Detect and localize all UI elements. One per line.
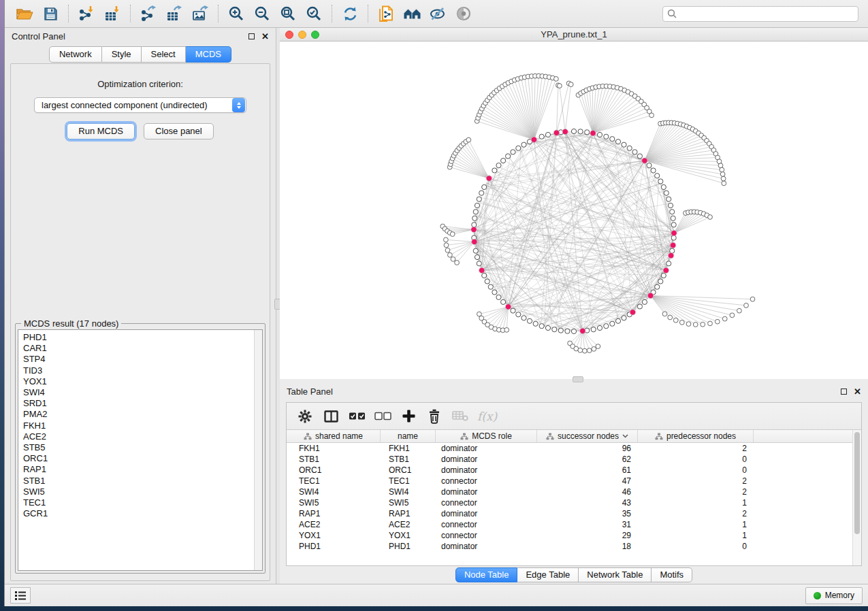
tab-network[interactable]: Network	[49, 46, 102, 63]
close-panel-button[interactable]: Close panel	[144, 123, 214, 139]
float-panel-icon[interactable]	[248, 33, 255, 39]
list-item[interactable]: TID3	[23, 365, 254, 376]
mcds-result-box: MCDS result (17 nodes) PHD1 CAR1 STP4 TI…	[15, 323, 266, 574]
save-session-button[interactable]	[37, 3, 63, 24]
table-row[interactable]: TEC1TEC1connector472	[287, 476, 852, 486]
zoom-selected-button[interactable]	[301, 3, 327, 24]
list-item[interactable]: SWI4	[23, 387, 254, 398]
list-item[interactable]: RAP1	[23, 464, 254, 475]
list-item[interactable]: TEC1	[23, 497, 254, 508]
table-scrollbar[interactable]	[852, 430, 861, 565]
column-header-name[interactable]: name	[381, 430, 436, 442]
tab-motifs[interactable]: Motifs	[652, 567, 692, 582]
column-header-predecessor-nodes[interactable]: predecessor nodes	[638, 430, 754, 442]
unchecked-boxes-icon	[374, 412, 391, 420]
toolbar-separator	[332, 5, 332, 22]
scrollbar-thumb[interactable]	[854, 432, 860, 534]
float-panel-icon[interactable]	[841, 389, 847, 395]
table-panel-title: Table Panel	[287, 386, 333, 397]
delete-column-button[interactable]	[423, 406, 446, 427]
export-document-button[interactable]	[373, 3, 399, 24]
delete-table-button-disabled[interactable]	[449, 406, 472, 427]
network-column-icon	[655, 433, 663, 440]
export-network-button[interactable]	[135, 3, 161, 24]
list-item[interactable]: ACE2	[23, 431, 254, 442]
list-item[interactable]: STB5	[23, 442, 254, 453]
column-header-successor-nodes[interactable]: successor nodes	[537, 430, 638, 442]
table-row[interactable]: RAP1RAP1dominator352	[287, 508, 852, 519]
tab-style[interactable]: Style	[102, 46, 142, 63]
tab-edge-table[interactable]: Edge Table	[517, 567, 579, 582]
criterion-dropdown[interactable]: largest connected component (undirected)	[34, 97, 246, 113]
run-mcds-button[interactable]: Run MCDS	[67, 123, 135, 139]
table-row[interactable]: PHD1PHD1dominator180	[287, 541, 852, 552]
table-settings-button[interactable]	[293, 406, 317, 427]
table-row[interactable]: SWI5SWI5connector431	[287, 497, 852, 508]
deselect-all-rows-button[interactable]	[371, 406, 394, 427]
import-network-button[interactable]	[74, 3, 99, 24]
export-image-button[interactable]	[187, 3, 213, 24]
list-item[interactable]: SWI5	[23, 486, 254, 497]
export-network-icon	[140, 5, 157, 22]
table-row[interactable]: STB1STB1dominator620	[287, 454, 852, 465]
horizontal-splitter[interactable]	[280, 379, 868, 383]
import-table-button[interactable]	[99, 3, 125, 24]
splitter-grip[interactable]	[573, 376, 583, 382]
zoom-out-button[interactable]	[249, 3, 275, 24]
add-column-button[interactable]	[397, 406, 420, 427]
close-panel-icon[interactable]: ✕	[854, 389, 861, 395]
table-row[interactable]: SWI4SWI4dominator462	[287, 486, 852, 497]
search-box[interactable]	[662, 6, 858, 22]
column-header-shared-name[interactable]: shared name	[287, 430, 381, 442]
open-file-button[interactable]	[12, 3, 37, 24]
table-row[interactable]: ACE2ACE2connector311	[287, 519, 852, 530]
tab-node-table[interactable]: Node Table	[455, 567, 518, 582]
select-all-rows-button[interactable]	[345, 406, 368, 427]
network-view-canvas[interactable]	[280, 42, 868, 379]
window-maximize-button[interactable]	[311, 31, 319, 39]
table-row[interactable]: FKH1FKH1dominator962	[287, 443, 852, 454]
show-all-networks-button[interactable]	[399, 3, 425, 24]
table-rows: FKH1FKH1dominator962 STB1STB1dominator62…	[287, 443, 852, 565]
network-graph[interactable]	[280, 42, 868, 379]
trash-icon	[428, 409, 441, 424]
refresh-layout-button[interactable]	[337, 3, 363, 24]
list-scrollbar[interactable]	[254, 330, 262, 570]
window-minimize-button[interactable]	[298, 31, 306, 39]
list-item[interactable]: SRD1	[23, 398, 254, 409]
list-item[interactable]: ORC1	[23, 453, 254, 464]
window-close-button[interactable]	[285, 31, 293, 39]
zoom-in-icon	[228, 5, 244, 22]
list-item[interactable]: PMA2	[23, 409, 254, 420]
export-table-icon	[166, 5, 182, 22]
hide-selected-button[interactable]	[425, 3, 451, 24]
list-item[interactable]: FKH1	[23, 420, 254, 431]
list-item[interactable]: GCR1	[23, 508, 254, 519]
show-selected-button[interactable]	[451, 3, 477, 24]
tab-select[interactable]: Select	[142, 46, 186, 63]
table-row[interactable]: ORC1ORC1dominator610	[287, 465, 852, 476]
tab-network-table[interactable]: Network Table	[579, 567, 652, 582]
list-item[interactable]: STP4	[23, 354, 254, 365]
list-item[interactable]: STB1	[23, 476, 254, 486]
network-column-icon	[304, 433, 312, 440]
list-item[interactable]: PHD1	[23, 332, 254, 343]
tab-mcds[interactable]: MCDS	[186, 46, 231, 63]
network-column-icon	[546, 433, 554, 440]
document-network-icon	[378, 5, 395, 22]
list-item[interactable]: YOX1	[23, 376, 254, 387]
column-header-mcds-role[interactable]: MCDS role	[436, 430, 537, 442]
mcds-result-list[interactable]: PHD1 CAR1 STP4 TID3 YOX1 SWI4 SRD1 PMA2 …	[18, 329, 263, 571]
list-item[interactable]: CAR1	[23, 343, 254, 354]
export-table-button[interactable]	[161, 3, 187, 24]
close-panel-icon[interactable]: ✕	[261, 33, 269, 39]
open-folder-icon	[16, 6, 33, 21]
memory-status-button[interactable]: Memory	[805, 587, 863, 604]
zoom-in-button[interactable]	[223, 3, 249, 24]
function-builder-button-disabled[interactable]: f(x)	[475, 410, 500, 423]
column-visibility-button[interactable]	[319, 406, 342, 427]
task-history-button[interactable]	[10, 587, 31, 604]
table-row[interactable]: YOX1YOX1connector291	[287, 530, 852, 541]
zoom-fit-button[interactable]	[275, 3, 301, 24]
search-input[interactable]	[680, 9, 854, 18]
